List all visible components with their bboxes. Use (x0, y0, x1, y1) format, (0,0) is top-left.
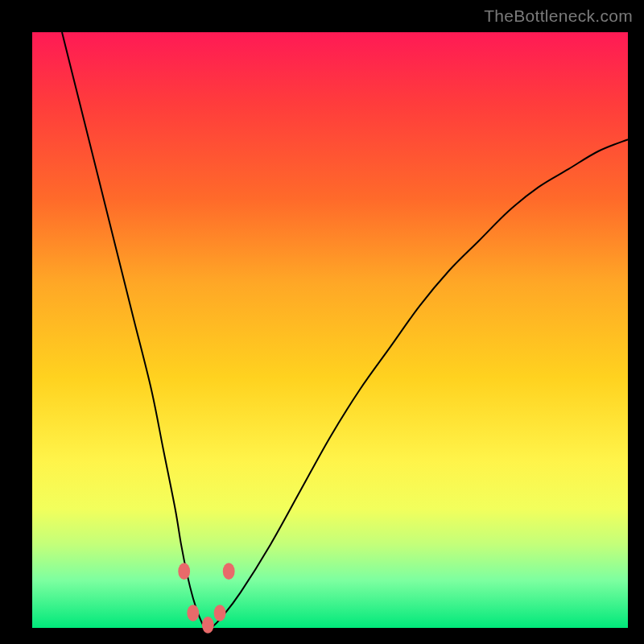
curve-marker (223, 563, 235, 580)
watermark-text: TheBottleneck.com (484, 6, 633, 26)
curve-marker (187, 605, 199, 621)
curve-marker (178, 563, 190, 580)
curve-marker (202, 617, 214, 634)
curve-markers (178, 563, 234, 633)
curve-marker (214, 605, 226, 621)
bottleneck-curve (62, 32, 628, 630)
plot-area (32, 32, 628, 628)
curve-svg (32, 32, 628, 628)
